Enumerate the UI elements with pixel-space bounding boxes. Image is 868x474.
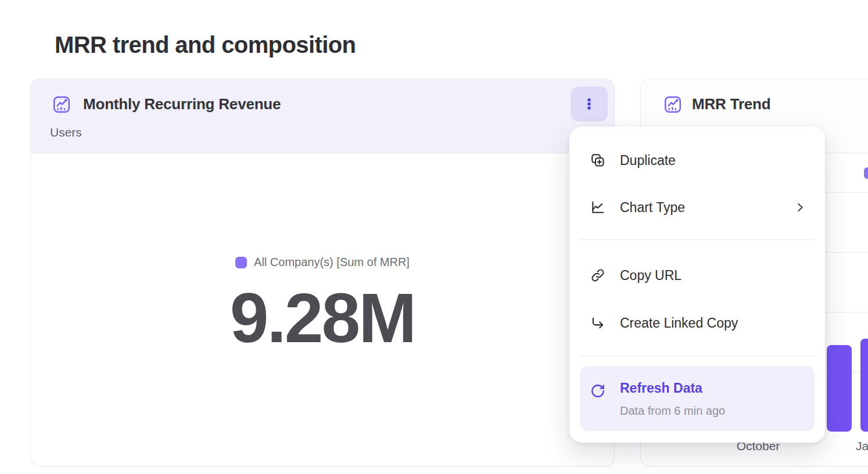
context-menu: Duplicate Chart Type: [569, 127, 825, 443]
chart-line-icon: [590, 200, 605, 215]
menu-divider: [580, 239, 815, 240]
menu-item-chart-type[interactable]: Chart Type: [590, 195, 685, 220]
chart-bar: [860, 339, 868, 432]
menu-item-refresh-data[interactable]: Refresh Data Data from 6 min ago: [580, 366, 815, 431]
refresh-sublabel: Data from 6 min ago: [620, 404, 725, 418]
dashboard-page: MRR trend and composition Monthly Recurr…: [0, 0, 868, 474]
kpi-value: 9.28M: [31, 279, 614, 357]
menu-item-create-linked-copy[interactable]: Create Linked Copy: [590, 310, 738, 336]
menu-item-label: Create Linked Copy: [620, 315, 738, 331]
trend-legend-swatch: [864, 167, 868, 179]
legend-swatch: [235, 257, 247, 268]
card-title: Monthly Recurring Revenue: [83, 95, 281, 113]
card-title: MRR Trend: [692, 95, 770, 113]
refresh-icon: [590, 383, 605, 398]
mrr-composition-card: Monthly Recurring Revenue Users All Comp…: [30, 78, 615, 466]
chart-icon: [52, 95, 71, 114]
chart-bar: [827, 345, 852, 432]
menu-item-label: Copy URL: [620, 268, 682, 283]
menu-item-label: Duplicate: [620, 153, 676, 168]
chevron-right-icon: [794, 201, 806, 214]
corner-down-right-icon: [590, 315, 605, 331]
link-icon: [590, 268, 605, 283]
card-subtitle: Users: [50, 125, 82, 139]
refresh-label: Refresh Data: [620, 380, 702, 396]
menu-item-copy-url[interactable]: Copy URL: [590, 263, 682, 288]
mrr-composition-card-header: Monthly Recurring Revenue Users: [31, 79, 614, 153]
menu-item-duplicate[interactable]: Duplicate: [590, 148, 676, 173]
legend-label: All Company(s) [Sum of MRR]: [254, 256, 410, 269]
chart-icon: [663, 95, 683, 114]
menu-item-label: Chart Type: [620, 200, 685, 216]
kebab-icon: [582, 96, 597, 112]
kebab-menu-button[interactable]: [571, 87, 608, 121]
copy-plus-icon: [590, 153, 605, 168]
page-title: MRR trend and composition: [55, 32, 356, 58]
x-axis-label-january: Ja: [856, 439, 868, 453]
menu-divider: [580, 356, 815, 356]
kpi-legend: All Company(s) [Sum of MRR]: [31, 256, 614, 269]
